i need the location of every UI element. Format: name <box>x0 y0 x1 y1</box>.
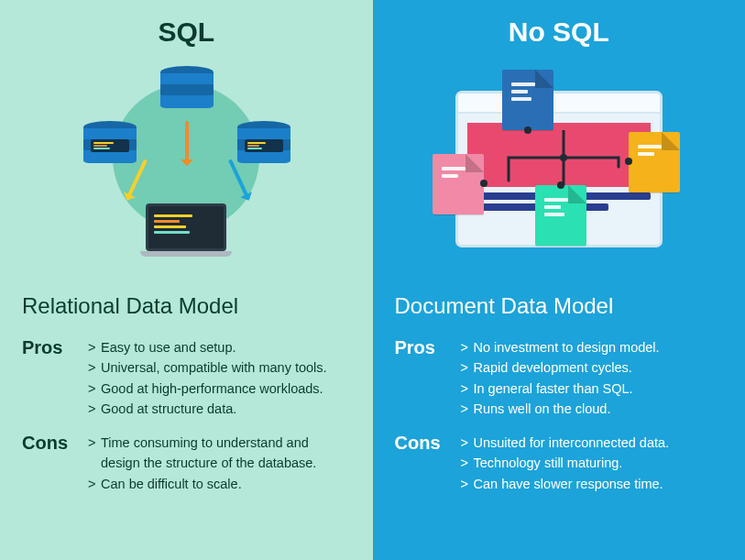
document-icon <box>535 185 586 246</box>
list-item-text: Universal, compatible with many tools. <box>101 357 327 378</box>
list-item-text: Rapid development cycles. <box>474 357 632 378</box>
chevron-right-icon: > <box>88 399 101 419</box>
document-icon <box>433 154 484 214</box>
nosql-cons-list: >Unsuited for interconnected data.>Techn… <box>461 433 724 494</box>
list-item-text: Technology still maturing. <box>474 453 623 473</box>
arrow-down-icon <box>185 121 189 165</box>
sql-model-heading: Relational Data Model <box>22 293 351 319</box>
document-icon <box>502 70 553 130</box>
list-item-text: Good at structure data. <box>101 399 236 419</box>
list-item: >In general faster than SQL. <box>461 379 724 399</box>
document-icon <box>629 132 680 192</box>
chevron-right-icon: > <box>461 399 474 419</box>
chevron-right-icon: > <box>461 433 474 453</box>
chevron-right-icon: > <box>461 337 474 357</box>
cons-label: Cons <box>22 433 88 494</box>
chevron-right-icon: > <box>88 379 101 399</box>
nosql-column: No SQL Document Data Model Pros >No inve… <box>373 0 746 560</box>
list-item: >Runs well on the cloud. <box>461 399 724 419</box>
list-item-text: Good at high-performance workloads. <box>101 379 323 399</box>
chevron-right-icon: > <box>88 357 101 378</box>
list-item-text: Unsuited for interconnected data. <box>474 433 670 453</box>
list-item-text: Easy to use and setup. <box>101 337 236 357</box>
laptop-icon <box>146 203 226 257</box>
sql-pros-row: Pros >Easy to use and setup.>Universal, … <box>22 337 351 420</box>
database-icon <box>83 121 137 163</box>
list-item-text: Runs well on the cloud. <box>474 399 611 419</box>
list-item: >Universal, compatible with many tools. <box>88 357 351 378</box>
chevron-right-icon: > <box>88 337 101 357</box>
chevron-right-icon: > <box>88 474 101 494</box>
pros-label: Pros <box>22 337 88 420</box>
chevron-right-icon: > <box>461 474 474 494</box>
list-item: >Can be difficult to scale. <box>88 474 351 494</box>
list-item: >Easy to use and setup. <box>88 337 351 357</box>
sql-pros-list: >Easy to use and setup.>Universal, compa… <box>88 337 351 420</box>
list-item-text: Time consuming to understand and design … <box>101 433 351 474</box>
nosql-title: No SQL <box>395 16 724 48</box>
list-item: >Good at structure data. <box>88 399 351 419</box>
nosql-illustration <box>395 57 724 277</box>
database-icon <box>160 66 214 108</box>
chevron-right-icon: > <box>461 357 474 378</box>
list-item: >Unsuited for interconnected data. <box>461 433 724 453</box>
nosql-pros-row: Pros >No investment to design model.>Rap… <box>395 337 724 420</box>
sql-title: SQL <box>22 16 351 48</box>
chevron-right-icon: > <box>461 453 474 473</box>
list-item-text: Can have slower response time. <box>474 474 663 494</box>
list-item: >Can have slower response time. <box>461 474 724 494</box>
database-icon <box>237 121 290 163</box>
list-item-text: In general faster than SQL. <box>474 379 633 399</box>
list-item: >Time consuming to understand and design… <box>88 433 351 474</box>
nosql-pros-list: >No investment to design model.>Rapid de… <box>461 337 724 420</box>
chevron-right-icon: > <box>88 433 101 474</box>
sql-column: SQL <box>0 0 373 560</box>
sql-cons-list: >Time consuming to understand and design… <box>88 433 351 494</box>
nosql-cons-row: Cons >Unsuited for interconnected data.>… <box>395 433 724 494</box>
list-item: >No investment to design model. <box>461 337 724 357</box>
list-item-text: Can be difficult to scale. <box>101 474 242 494</box>
cons-label: Cons <box>395 433 461 494</box>
chevron-right-icon: > <box>461 379 474 399</box>
list-item: >Rapid development cycles. <box>461 357 724 378</box>
pros-label: Pros <box>395 337 461 420</box>
sql-illustration <box>22 57 351 277</box>
sql-cons-row: Cons >Time consuming to understand and d… <box>22 433 351 494</box>
list-item-text: No investment to design model. <box>474 337 660 357</box>
nosql-model-heading: Document Data Model <box>395 293 724 319</box>
list-item: >Technology still maturing. <box>461 453 724 473</box>
list-item: >Good at high-performance workloads. <box>88 379 351 399</box>
